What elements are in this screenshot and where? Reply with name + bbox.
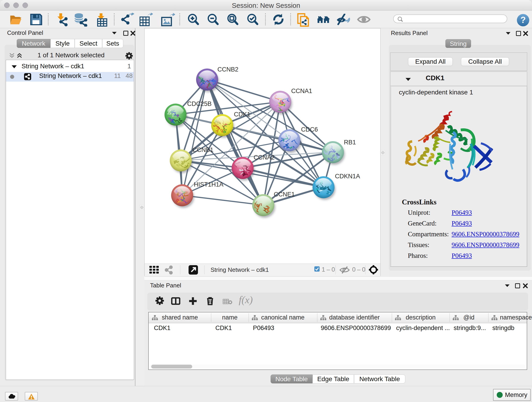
svg-text:CDC6: CDC6 — [301, 126, 318, 133]
svg-text:CCNB1: CCNB1 — [192, 147, 214, 153]
svg-text:CDC25B: CDC25B — [187, 100, 212, 107]
svg-text:RB1: RB1 — [344, 139, 356, 146]
svg-text:HIST1H1A: HIST1H1A — [194, 181, 223, 188]
svg-text:CCNE1: CCNE1 — [274, 191, 295, 198]
svg-text:CCNB2: CCNB2 — [217, 66, 239, 73]
svg-text:CCNA2: CCNA2 — [254, 154, 275, 161]
svg-text:CCNA1: CCNA1 — [291, 88, 312, 95]
svg-text:CDK1: CDK1 — [234, 111, 250, 118]
svg-text:CDKN1A: CDKN1A — [335, 173, 360, 180]
